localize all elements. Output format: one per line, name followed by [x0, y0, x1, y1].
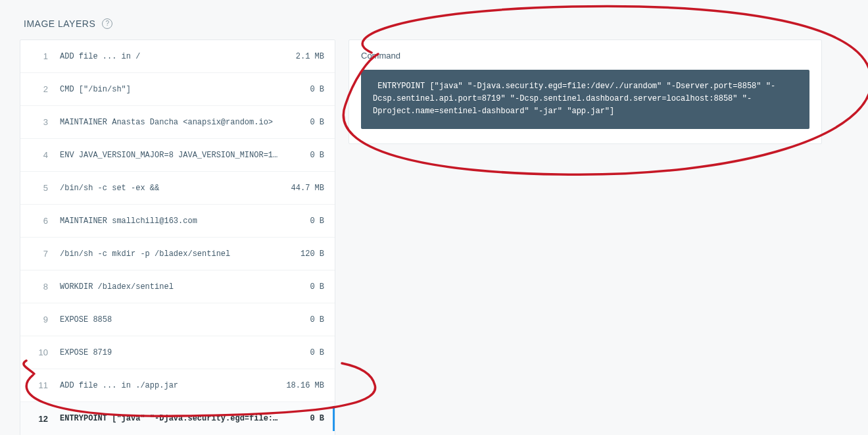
layer-command-preview: ENV JAVA_VERSION_MAJOR=8 JAVA_VERSION_MI…	[60, 151, 285, 160]
layer-command-preview: MAINTAINER smallchill@163.com	[60, 217, 285, 226]
layer-size: 0 B	[285, 348, 324, 357]
layer-command-preview: WORKDIR /bladex/sentinel	[60, 282, 285, 292]
command-full: ENTRYPOINT ["java" "-Djava.security.egd=…	[361, 70, 809, 129]
layer-command-preview: ADD file ... in /	[60, 52, 285, 61]
layer-size: 0 B	[285, 151, 324, 160]
layer-size: 0 B	[285, 315, 324, 324]
layer-command-preview: /bin/sh -c mkdir -p /bladex/sentinel	[60, 249, 285, 259]
layer-detail-panel: Command ENTRYPOINT ["java" "-Djava.secur…	[349, 39, 822, 144]
layer-command-preview: EXPOSE 8719	[60, 348, 285, 357]
layer-number: 4	[28, 150, 48, 160]
layer-row[interactable]: 1 ADD file ... in / 2.1 MB	[20, 40, 335, 73]
layer-command-preview: MAINTAINER Anastas Dancha <anapsix@rando…	[60, 118, 285, 127]
layer-number: 7	[28, 249, 48, 259]
layer-row[interactable]: 5 /bin/sh -c set -ex && 44.7 MB	[20, 172, 335, 205]
image-layers-heading-row: IMAGE LAYERS ?	[24, 18, 112, 29]
layer-command-preview: ADD file ... in ./app.jar	[60, 381, 285, 390]
layers-list: 1 ADD file ... in / 2.1 MB 2 CMD ["/bin/…	[20, 39, 335, 435]
layer-number: 2	[28, 84, 48, 94]
layer-row[interactable]: 8 WORKDIR /bladex/sentinel 0 B	[20, 270, 335, 303]
layer-row[interactable]: 6 MAINTAINER smallchill@163.com 0 B	[20, 205, 335, 238]
layer-row[interactable]: 3 MAINTAINER Anastas Dancha <anapsix@ran…	[20, 106, 335, 139]
layer-row[interactable]: 12 ENTRYPOINT ["java" "-Djava.security.e…	[20, 402, 335, 435]
layer-size: 18.16 MB	[285, 381, 324, 390]
layer-row[interactable]: 10 EXPOSE 8719 0 B	[20, 336, 335, 369]
layer-number: 10	[28, 347, 48, 357]
layer-command-preview: ENTRYPOINT ["java" "-Djava.security.egd=…	[60, 414, 285, 423]
layer-size: 2.1 MB	[285, 52, 324, 61]
layer-size: 44.7 MB	[285, 184, 324, 193]
layer-number: 11	[28, 380, 48, 390]
layer-number: 8	[28, 282, 48, 292]
layer-size: 120 B	[285, 249, 324, 259]
layer-command-preview: CMD ["/bin/sh"]	[60, 85, 285, 94]
command-label: Command	[361, 51, 809, 61]
layer-row[interactable]: 9 EXPOSE 8858 0 B	[20, 303, 335, 336]
layer-size: 0 B	[285, 85, 324, 94]
image-layers-heading: IMAGE LAYERS	[24, 18, 95, 29]
layer-number: 5	[28, 183, 48, 193]
layer-number: 12	[28, 414, 48, 424]
layer-size: 0 B	[285, 282, 324, 292]
help-icon[interactable]: ?	[102, 18, 112, 29]
layer-size: 0 B	[285, 118, 324, 127]
layer-number: 9	[28, 315, 48, 324]
layer-number: 3	[28, 117, 48, 127]
layer-number: 1	[28, 51, 48, 61]
layer-row[interactable]: 2 CMD ["/bin/sh"] 0 B	[20, 73, 335, 106]
layer-row[interactable]: 11 ADD file ... in ./app.jar 18.16 MB	[20, 369, 335, 402]
layer-row[interactable]: 7 /bin/sh -c mkdir -p /bladex/sentinel 1…	[20, 238, 335, 270]
layer-command-preview: /bin/sh -c set -ex &&	[60, 184, 285, 193]
layer-size: 0 B	[285, 414, 324, 423]
layer-number: 6	[28, 216, 48, 226]
layer-row[interactable]: 4 ENV JAVA_VERSION_MAJOR=8 JAVA_VERSION_…	[20, 139, 335, 172]
layer-command-preview: EXPOSE 8858	[60, 315, 285, 324]
layer-size: 0 B	[285, 217, 324, 226]
